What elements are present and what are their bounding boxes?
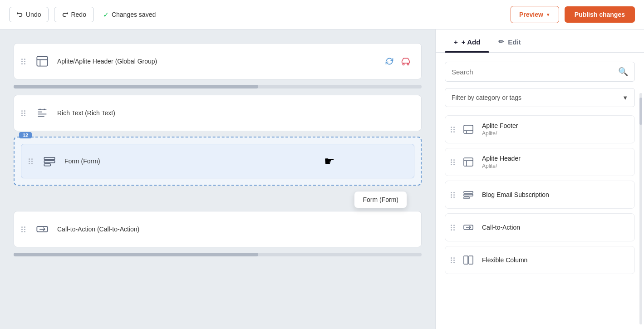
filter-label: Filter by category or tags	[452, 94, 521, 101]
search-icon: 🔍	[618, 67, 628, 77]
header-block-actions	[383, 55, 412, 68]
svg-rect-6	[44, 157, 54, 160]
undo-label: Undo	[26, 11, 41, 18]
tab-add-label: + Add	[462, 38, 481, 46]
footer-icon	[461, 122, 476, 137]
drag-handle-widget-footer[interactable]	[451, 127, 455, 133]
widget-cta[interactable]: Call-to-Action	[445, 213, 635, 241]
svg-rect-7	[44, 161, 54, 163]
widget-flex-column[interactable]: Flexible Column	[445, 246, 635, 274]
widget-header-info: Aplite Header Aplite/	[482, 155, 521, 169]
undo-button[interactable]: Undo	[9, 7, 49, 22]
widget-footer-name: Aplite Footer	[482, 122, 518, 129]
hscroll-bar[interactable]	[14, 85, 422, 88]
cut-icon[interactable]	[399, 55, 412, 68]
richtext-block[interactable]: Rich Text (Rich Text)	[14, 95, 422, 131]
changes-saved-status: ✓ Changes saved	[103, 10, 156, 19]
chevron-down-icon: ▼	[546, 12, 551, 17]
form-tooltip: Form (Form)	[354, 191, 407, 208]
cta-icon	[34, 221, 51, 238]
cta-widget-icon	[461, 220, 476, 235]
redo-button[interactable]: Redo	[54, 7, 93, 22]
canvas-area: Aplite/Aplite Header (Global Group)	[0, 29, 435, 329]
svg-point-4	[407, 64, 408, 65]
hscroll-thumb-bottom	[14, 253, 258, 256]
form-block-inner: Form (Form)	[21, 144, 414, 178]
search-box[interactable]: 🔍	[445, 62, 635, 82]
block-number-badge: 12	[19, 132, 32, 138]
drag-handle-richtext[interactable]	[20, 108, 27, 118]
widget-blog-info: Blog Email Subscription	[482, 191, 549, 198]
drag-handle-cta[interactable]	[20, 225, 27, 234]
widget-flex-info: Flexible Column	[482, 256, 527, 264]
svg-rect-16	[464, 192, 473, 193]
form-icon	[41, 152, 58, 170]
svg-rect-17	[464, 194, 473, 196]
widget-header-name: Aplite Header	[482, 155, 521, 162]
widget-header-sub: Aplite/	[482, 163, 521, 169]
cta-block-label: Call-to-Action (Call-to-Action)	[57, 226, 139, 233]
preview-label: Preview	[519, 11, 543, 18]
svg-point-3	[403, 64, 404, 65]
hscroll-thumb	[14, 85, 258, 88]
panel-scrollbar[interactable]	[639, 93, 642, 324]
check-icon: ✓	[103, 10, 109, 19]
widget-cta-name: Call-to-Action	[482, 224, 520, 231]
publish-label: Publish changes	[575, 11, 625, 18]
right-panel: + + Add ✏ Edit 🔍 Filter by category or t…	[435, 29, 644, 329]
sync-icon[interactable]	[383, 55, 396, 68]
richtext-icon	[34, 104, 51, 122]
drag-handle-widget-flex[interactable]	[451, 257, 455, 263]
widget-flex-name: Flexible Column	[482, 256, 527, 264]
blog-icon	[461, 187, 476, 202]
richtext-block-label: Rich Text (Rich Text)	[57, 109, 115, 117]
preview-button[interactable]: Preview ▼	[511, 6, 559, 23]
main-layout: Aplite/Aplite Header (Global Group)	[0, 29, 644, 329]
widget-aplite-header[interactable]: Aplite Header Aplite/	[445, 148, 635, 176]
widget-cta-info: Call-to-Action	[482, 224, 520, 231]
drag-handle-form[interactable]	[27, 157, 34, 166]
cursor-hand-icon: ☛	[324, 154, 334, 168]
filter-dropdown[interactable]: Filter by category or tags ▼	[445, 88, 635, 107]
widget-aplite-footer[interactable]: Aplite Footer Aplite/	[445, 115, 635, 143]
tooltip-text: Form (Form)	[363, 196, 398, 203]
svg-rect-20	[464, 256, 468, 264]
flex-icon	[461, 253, 476, 267]
layout-icon	[34, 53, 51, 70]
panel-tabs: + + Add ✏ Edit	[436, 29, 644, 53]
chevron-down-icon: ▼	[622, 94, 628, 101]
toolbar: Undo Redo ✓ Changes saved Preview ▼ Publ…	[0, 0, 644, 29]
widget-footer-sub: Aplite/	[482, 130, 518, 137]
widget-blog-name: Blog Email Subscription	[482, 191, 549, 198]
svg-rect-10	[464, 125, 473, 133]
panel-scrollbar-thumb	[639, 98, 642, 125]
cta-block[interactable]: Call-to-Action (Call-to-Action)	[14, 211, 422, 247]
redo-label: Redo	[71, 11, 86, 18]
drag-handle-widget-cta[interactable]	[451, 225, 455, 231]
publish-button[interactable]: Publish changes	[565, 6, 635, 23]
tab-add[interactable]: + + Add	[445, 29, 489, 52]
panel-body: 🔍 Filter by category or tags ▼	[436, 53, 644, 329]
form-block-label: Form (Form)	[64, 157, 100, 165]
widget-footer-info: Aplite Footer Aplite/	[482, 122, 518, 137]
svg-rect-13	[464, 158, 473, 166]
form-block-selected[interactable]: 12 Form (Form) ☛ Form (Form)	[14, 137, 422, 186]
plus-icon: +	[454, 38, 458, 46]
search-input[interactable]	[452, 68, 614, 76]
svg-rect-8	[44, 164, 50, 166]
changes-saved-label: Changes saved	[112, 11, 156, 18]
drag-handle-header[interactable]	[20, 57, 27, 66]
drag-handle-widget-blog[interactable]	[451, 192, 455, 198]
edit-pencil-icon: ✏	[498, 38, 504, 46]
drag-handle-widget-header[interactable]	[451, 159, 455, 165]
header-block-label: Aplite/Aplite Header (Global Group)	[57, 58, 157, 65]
tab-edit-label: Edit	[508, 38, 521, 46]
header-icon	[461, 155, 476, 169]
hscroll-bar-bottom[interactable]	[14, 253, 422, 256]
svg-rect-0	[37, 57, 47, 66]
widget-blog-email[interactable]: Blog Email Subscription	[445, 181, 635, 209]
svg-rect-21	[469, 256, 473, 264]
header-block[interactable]: Aplite/Aplite Header (Global Group)	[14, 43, 422, 79]
tab-edit[interactable]: ✏ Edit	[489, 29, 530, 52]
svg-rect-18	[464, 197, 469, 199]
